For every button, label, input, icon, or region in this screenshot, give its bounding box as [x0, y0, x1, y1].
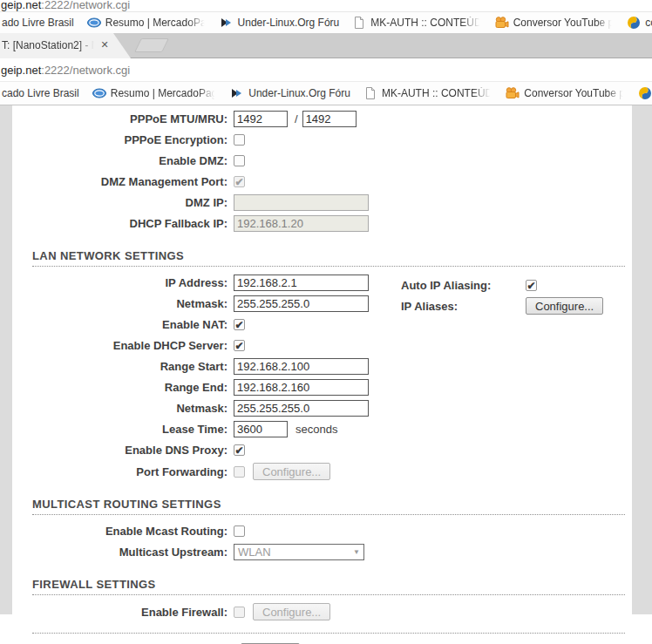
- ip-address-label: IP Address:: [12, 276, 234, 289]
- bookmark-label: cado Livre Brasil: [2, 87, 79, 99]
- url-text: geip.net:2222/network.cgi: [0, 64, 130, 77]
- url-text: geip.net:2222/network.cgi: [0, 0, 652, 11]
- globe-icon: [92, 86, 106, 100]
- dhcp-netmask-input[interactable]: [234, 400, 369, 417]
- pppoe-encryption-checkbox[interactable]: [234, 134, 245, 146]
- range-end-input[interactable]: [234, 379, 369, 396]
- enable-nat-row: Enable NAT: ✔: [12, 316, 632, 333]
- enable-nat-label: Enable NAT:: [12, 318, 234, 331]
- bookmark-correio[interactable]: cor: [627, 16, 652, 30]
- bookmarks-bar-top: ado Livre Brasil Resumo | MercadoPa Unde…: [0, 12, 652, 33]
- lease-time-units: seconds: [295, 423, 337, 436]
- lease-time-input[interactable]: [234, 421, 288, 437]
- port-forwarding-checkbox[interactable]: [234, 466, 245, 478]
- bookmark-conversor-youtube[interactable]: Conversor YouTube p: [495, 16, 615, 30]
- swirl-icon: [638, 86, 652, 100]
- bookmarks-bar: cado Livre Brasil Resumo | MercadoPag Un…: [0, 82, 652, 105]
- enable-dns-proxy-row: Enable DNS Proxy: ✔: [12, 442, 632, 458]
- bookmark-mercado-livre[interactable]: cado Livre Brasil: [2, 87, 79, 99]
- dhcp-netmask-label: Netmask:: [12, 402, 234, 415]
- dmz-management-port-checkbox: ✔: [234, 176, 245, 187]
- pppoe-mtu-label: PPPoE MTU/MRU:: [12, 112, 234, 125]
- bookmark-mkauth[interactable]: MK-AUTH :: CONTEÚD: [352, 16, 481, 30]
- enable-dhcp-server-checkbox[interactable]: ✔: [234, 340, 245, 351]
- page-icon: [363, 86, 377, 100]
- dmz-ip-label: DMZ IP:: [12, 196, 234, 209]
- dhcp-fallback-ip-label: DHCP Fallback IP:: [12, 217, 234, 230]
- bookmark-underlinux[interactable]: Under-Linux.Org Fóru: [230, 86, 350, 100]
- address-bar-top[interactable]: geip.net:2222/network.cgi: [0, 0, 652, 12]
- enable-firewall-row: Enable Firewall: Configure...: [12, 603, 632, 620]
- mtu-mru-separator: /: [295, 112, 298, 125]
- range-end-label: Range End:: [12, 381, 234, 394]
- firewall-heading: FIREWALL SETTINGS: [32, 578, 156, 591]
- pppoe-mtu-row: PPPoE MTU/MRU: /: [12, 111, 632, 127]
- netmask-label: Netmask:: [12, 297, 234, 310]
- enable-dns-proxy-checkbox[interactable]: ✔: [234, 444, 245, 456]
- ip-address-input[interactable]: [234, 275, 369, 291]
- multicast-upstream-label: Multicast Upstream:: [12, 546, 234, 559]
- range-start-label: Range Start:: [12, 360, 234, 373]
- tab-nanostation[interactable]: T: [NanoStation2] - N: [0, 33, 131, 58]
- ip-aliases-label: IP Aliases:: [401, 300, 526, 313]
- page-icon: [352, 16, 366, 30]
- lan-settings-section-header: LAN NETWORK SETTINGS: [32, 249, 625, 267]
- bookmark-label: Under-Linux.Org Fóru: [238, 17, 340, 29]
- page-left-margin: [0, 105, 12, 614]
- bookmark-label: Resumo | MercadoPag: [111, 87, 218, 99]
- lan-settings-heading: LAN NETWORK SETTINGS: [32, 249, 184, 262]
- bookmark-mercadopago[interactable]: Resumo | MercadoPa: [87, 16, 207, 30]
- enable-mcast-routing-checkbox[interactable]: [234, 525, 245, 537]
- bookmark-conversor-youtube[interactable]: Conversor YouTube p: [506, 86, 625, 100]
- bookmark-underlinux[interactable]: Under-Linux.Org Fóru: [220, 16, 340, 30]
- camera-icon: [506, 86, 520, 100]
- firewall-configure-button: Configure...: [253, 603, 330, 620]
- pppoe-mtu-input[interactable]: [234, 111, 288, 127]
- bookmark-label: Resumo | MercadoPa: [105, 17, 207, 29]
- bookmark-correio[interactable]: correi: [638, 86, 652, 100]
- bookmark-mercadopago[interactable]: Resumo | MercadoPag: [92, 86, 218, 100]
- lan-settings-rows: IP Address: Netmask: Auto IP Aliasing: ✔…: [12, 275, 632, 480]
- tab-close-icon[interactable]: ✕: [98, 39, 111, 51]
- url-host: geip.net: [1, 64, 41, 77]
- ip-aliases-configure-button[interactable]: Configure...: [526, 297, 603, 315]
- bookmark-mkauth[interactable]: MK-AUTH :: CONTEÚD: [363, 86, 492, 100]
- enable-dmz-checkbox[interactable]: [234, 155, 245, 166]
- auto-ip-aliasing-row: Auto IP Aliasing: ✔: [401, 276, 603, 294]
- enable-firewall-checkbox[interactable]: [234, 607, 245, 618]
- dhcp-fallback-ip-row: DHCP Fallback IP:: [12, 215, 632, 232]
- pppoe-encryption-label: PPPoE Encryption:: [12, 133, 234, 146]
- bookmark-label: Under-Linux.Org Fóru: [248, 87, 350, 99]
- dmz-management-port-label: DMZ Management Port:: [12, 175, 234, 188]
- enable-dhcp-server-row: Enable DHCP Server: ✔: [12, 337, 632, 354]
- port-forwarding-label: Port Forwarding:: [12, 465, 234, 478]
- enable-dmz-row: Enable DMZ:: [12, 153, 632, 169]
- bookmark-mercado-livre[interactable]: ado Livre Brasil: [2, 17, 74, 29]
- new-tab-button[interactable]: [134, 38, 169, 52]
- lease-time-label: Lease Time:: [12, 423, 234, 436]
- port-forwarding-configure-button: Configure...: [253, 463, 330, 480]
- enable-dhcp-server-label: Enable DHCP Server:: [12, 339, 234, 352]
- enable-nat-checkbox[interactable]: ✔: [234, 319, 245, 330]
- network-settings-page: PPPoE MTU/MRU: / PPPoE Encryption: Enabl…: [0, 105, 652, 614]
- scrollbar-track[interactable]: [632, 105, 652, 614]
- bookmark-label: MK-AUTH :: CONTEÚD: [382, 87, 492, 99]
- auto-ip-aliasing-checkbox[interactable]: ✔: [526, 280, 537, 291]
- bookmark-label: Conversor YouTube p: [524, 87, 625, 99]
- multicast-heading: MULTICAST ROUTING SETTINGS: [32, 498, 221, 511]
- pppoe-mru-input[interactable]: [302, 111, 357, 127]
- underlinux-icon: [230, 86, 244, 100]
- url-path: :2222/network.cgi: [41, 0, 130, 11]
- multicast-upstream-select: WLAN ▼: [234, 544, 364, 560]
- network-form: PPPoE MTU/MRU: / PPPoE Encryption: Enabl…: [12, 105, 632, 614]
- address-bar[interactable]: geip.net:2222/network.cgi: [0, 58, 652, 82]
- auto-ip-aliasing-label: Auto IP Aliasing:: [401, 279, 526, 292]
- lan-right-column: Auto IP Aliasing: ✔ IP Aliases: Configur…: [401, 276, 603, 318]
- multicast-section-header: MULTICAST ROUTING SETTINGS: [32, 498, 625, 515]
- range-start-input[interactable]: [234, 358, 369, 375]
- netmask-input[interactable]: [234, 295, 369, 312]
- dmz-management-port-row: DMZ Management Port: ✔: [12, 173, 632, 190]
- url-host: geip.net: [1, 0, 41, 11]
- tab-title: T: [NanoStation2] - N: [2, 39, 96, 51]
- chevron-down-icon: ▼: [353, 548, 360, 556]
